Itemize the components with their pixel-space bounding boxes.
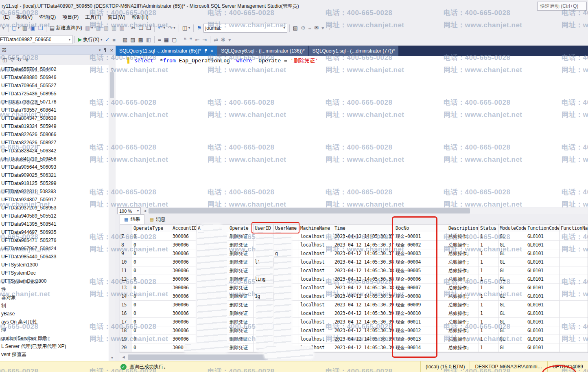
- column-header-Status[interactable]: Status: [479, 225, 498, 232]
- cell-blank[interactable]: [437, 241, 447, 249]
- cell-Description[interactable]: 总账操作;: [447, 249, 479, 258]
- cell-AccountID[interactable]: 300006: [171, 275, 197, 284]
- cell-Time[interactable]: 2023-04-12 14:05:30.390: [333, 301, 394, 309]
- cell-n[interactable]: 15: [120, 301, 132, 309]
- cell-AccountID[interactable]: 300006: [171, 292, 197, 301]
- intellisense-icon[interactable]: ✱: [220, 36, 227, 43]
- menu-item-3[interactable]: 项目(P): [59, 12, 82, 22]
- cell-Operate[interactable]: 删除凭证: [228, 326, 254, 335]
- cell-Operate[interactable]: 删除凭证: [228, 309, 254, 318]
- cell-OperateType[interactable]: 0: [132, 249, 171, 258]
- cell-Time[interactable]: 2023-04-12 14:05:30.397: [333, 335, 394, 343]
- cell-FunctionCode[interactable]: GL0101: [526, 318, 560, 326]
- cell-DocNo[interactable]: 现金-00008: [394, 292, 437, 301]
- cell-FunctionCode[interactable]: GL0101: [526, 343, 560, 352]
- cell-UserID[interactable]: [254, 309, 274, 318]
- tree-item[interactable]: UFTData655704_504402: [0, 65, 109, 73]
- cell-Operate[interactable]: 删除凭证: [228, 241, 254, 249]
- cell-DocNo[interactable]: 现金-00001: [394, 232, 437, 241]
- cell-OperateType[interactable]: 0: [132, 292, 171, 301]
- cell-DocNo[interactable]: 现金-00006: [394, 275, 437, 284]
- cell-Description[interactable]: 总账操作;: [447, 266, 479, 275]
- cell-n[interactable]: 12: [120, 275, 132, 284]
- pin-icon[interactable]: [103, 48, 107, 52]
- cell-UserName[interactable]: [274, 301, 299, 309]
- tree-item[interactable]: UFTData940589_505512: [0, 212, 109, 220]
- cell-OperateType[interactable]: 0: [132, 241, 171, 249]
- cell-blank[interactable]: [437, 232, 447, 241]
- cell-FunctionNa[interactable]: [560, 292, 588, 301]
- cell-FunctionNa[interactable]: [560, 284, 588, 292]
- tree-item[interactable]: UFTData937209_508953: [0, 204, 109, 212]
- cell-Operate[interactable]: 删除凭证: [228, 335, 254, 343]
- column-header-n[interactable]: [120, 225, 132, 232]
- cell-FunctionCode[interactable]: GL0101: [526, 292, 560, 301]
- cell-A[interactable]: [197, 249, 228, 258]
- mdx-query-icon[interactable]: ▥: [94, 24, 102, 31]
- cell-Time[interactable]: 2023-04-12 14:05:30.377: [333, 249, 394, 258]
- cell-Time[interactable]: 2023-04-12 14:05:30.387: [333, 284, 394, 292]
- cell-OperateType[interactable]: 0: [132, 301, 171, 309]
- cell-Description[interactable]: 总账操作;: [447, 335, 479, 343]
- cell-A[interactable]: [197, 318, 228, 326]
- cell-Time[interactable]: 2023-04-12 14:05:30.390: [333, 292, 394, 301]
- tree-item[interactable]: UFTData725436_508955: [0, 90, 109, 98]
- results-to-text-icon[interactable]: ≡: [157, 36, 162, 43]
- cell-DocNo[interactable]: 现金-00009: [394, 301, 437, 309]
- cell-FunctionNa[interactable]: [560, 258, 588, 266]
- tree-item[interactable]: UFTData944697_506935: [0, 228, 109, 236]
- cell-A[interactable]: [197, 275, 228, 284]
- toolbar2-overflow-icon[interactable]: ▾: [227, 36, 232, 43]
- close-icon[interactable]: ×: [110, 47, 113, 53]
- cell-ModuleCode[interactable]: GL: [498, 258, 526, 266]
- copy-icon[interactable]: ❐: [137, 24, 144, 31]
- cell-Time[interactable]: 2023-04-12 14:05:30.380: [333, 266, 394, 275]
- cell-FunctionNa[interactable]: [560, 275, 588, 284]
- cell-Description[interactable]: 总账操作;: [447, 258, 479, 266]
- activity-icon[interactable]: ↯: [25, 57, 29, 63]
- cell-Operate[interactable]: 删除凭证: [228, 249, 254, 258]
- tab-results[interactable]: ▦ 结果: [120, 214, 144, 224]
- cell-UserID[interactable]: [254, 249, 274, 258]
- cell-Status[interactable]: 1: [479, 292, 498, 301]
- cell-DocNo[interactable]: 现金-00005: [394, 266, 437, 275]
- cell-AccountID[interactable]: 300006: [171, 258, 197, 266]
- cell-AccountID[interactable]: 300006: [171, 284, 197, 292]
- cell-Status[interactable]: 1: [479, 284, 498, 292]
- column-header-AccountID[interactable]: AccountID: [171, 225, 197, 232]
- scrollbar-thumb[interactable]: [128, 354, 268, 360]
- cell-MachineName[interactable]: localhost: [299, 309, 333, 318]
- cell-UserName[interactable]: [274, 241, 299, 249]
- cell-MachineName[interactable]: localhost: [299, 292, 333, 301]
- tree-item[interactable]: UFTSystemDec: [0, 269, 109, 277]
- cell-n[interactable]: 14: [120, 292, 132, 301]
- cell-Status[interactable]: 1: [479, 232, 498, 241]
- tree-item[interactable]: yBase: [0, 310, 109, 318]
- scrollbar-thumb[interactable]: [149, 208, 470, 214]
- menu-item-4[interactable]: 工具(T): [82, 12, 104, 22]
- cell-Operate[interactable]: 删除凭证: [228, 232, 254, 241]
- comment-icon[interactable]: ❝: [182, 36, 188, 43]
- cell-UserName[interactable]: [274, 275, 299, 284]
- cell-Status[interactable]: 1: [479, 275, 498, 284]
- cell-Description[interactable]: 总账操作;: [447, 284, 479, 292]
- cell-FunctionNa[interactable]: [560, 249, 588, 258]
- cell-FunctionCode[interactable]: GL0101: [526, 249, 560, 258]
- tree-item[interactable]: vent 探查器: [0, 350, 109, 359]
- tree-item[interactable]: UFTSystemDec1800: [0, 277, 109, 285]
- column-header-FunctionNa[interactable]: FunctionNa: [560, 225, 588, 232]
- cell-AccountID[interactable]: 300006: [171, 309, 197, 318]
- cell-A[interactable]: [197, 343, 228, 352]
- cell-FunctionNa[interactable]: [560, 266, 588, 275]
- cell-blank[interactable]: [437, 258, 447, 266]
- document-tab-2[interactable]: SQLQuery1.sql - (...dministrator (77))*: [309, 46, 399, 56]
- cell-FunctionNa[interactable]: [560, 301, 588, 309]
- cell-blank[interactable]: [437, 292, 447, 301]
- cell-A[interactable]: [197, 301, 228, 309]
- cell-OperateType[interactable]: 0: [132, 232, 171, 241]
- cell-FunctionNa[interactable]: [560, 335, 588, 343]
- cell-Description[interactable]: 总账操作;: [447, 343, 479, 352]
- database-combo[interactable]: UFTData408987_509650▾: [0, 35, 72, 44]
- cell-MachineName[interactable]: localhost: [299, 326, 333, 335]
- cell-A[interactable]: [197, 241, 228, 249]
